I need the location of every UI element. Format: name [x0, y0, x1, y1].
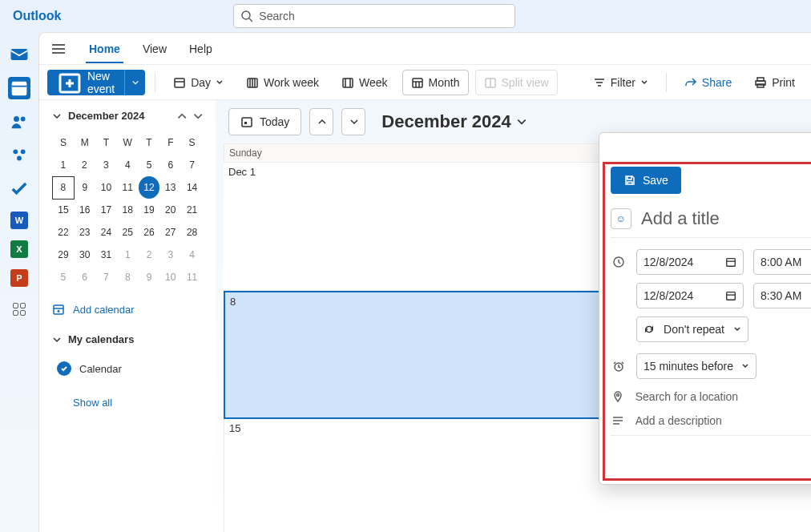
mini-day-cell[interactable]: 9	[74, 176, 95, 199]
save-icon	[623, 174, 636, 187]
my-calendars-header[interactable]: My calendars	[52, 330, 203, 349]
mini-day-cell[interactable]: 18	[117, 199, 139, 221]
calendar-checkbox[interactable]	[57, 361, 71, 376]
mini-day-cell[interactable]: 14	[181, 176, 203, 199]
prev-period-button[interactable]	[309, 108, 333, 135]
new-event-label: New event	[87, 70, 115, 95]
chevron-down-icon	[733, 325, 741, 333]
view-work-week-button[interactable]: Work week	[238, 70, 327, 95]
excel-app-icon[interactable]: X	[10, 240, 28, 258]
repeat-picker[interactable]: Don't repeat	[636, 316, 748, 342]
mini-day-cell[interactable]: 6	[74, 266, 95, 288]
mail-app-icon[interactable]	[8, 43, 30, 66]
mini-day-cell[interactable]: 11	[181, 266, 203, 288]
mini-day-cell[interactable]: 3	[159, 244, 181, 266]
show-all-link[interactable]: Show all	[52, 389, 203, 409]
print-button[interactable]: Print	[746, 70, 803, 95]
hamburger-icon[interactable]	[52, 44, 65, 54]
mini-day-cell[interactable]: 2	[139, 244, 160, 266]
new-event-dropdown[interactable]	[124, 70, 145, 95]
mini-day-cell[interactable]: 11	[117, 176, 139, 199]
more-options-link[interactable]: More options	[611, 457, 811, 476]
mini-day-cell[interactable]: 9	[139, 266, 160, 288]
mini-day-cell[interactable]: 26	[139, 221, 160, 244]
mini-day-cell[interactable]: 25	[117, 221, 139, 244]
view-month-button[interactable]: Month	[402, 70, 469, 95]
mini-day-cell[interactable]: 6	[159, 154, 181, 176]
filter-icon	[593, 76, 606, 89]
add-calendar-button[interactable]: Add calendar	[52, 298, 203, 320]
next-month-icon[interactable]	[192, 111, 203, 122]
location-input[interactable]	[635, 390, 811, 403]
word-app-icon[interactable]: W	[10, 212, 28, 229]
calendar-list-item[interactable]: Calendar	[52, 358, 203, 379]
more-apps-icon[interactable]	[8, 298, 30, 320]
event-title-input[interactable]	[641, 208, 811, 229]
view-day-button[interactable]: Day	[165, 70, 232, 95]
mini-day-cell[interactable]: 27	[159, 221, 181, 244]
mini-day-cell[interactable]: 21	[181, 199, 203, 221]
tab-help[interactable]: Help	[186, 42, 216, 55]
description-input[interactable]	[635, 414, 811, 427]
svg-rect-9	[175, 79, 184, 87]
tab-view[interactable]: View	[139, 42, 170, 55]
mini-calendar[interactable]: SMTWTFS 12345678910111213141516171819202…	[52, 131, 203, 288]
mini-day-cell[interactable]: 3	[95, 154, 117, 176]
mini-day-cell[interactable]: 2	[74, 154, 95, 176]
mini-day-cell[interactable]: 20	[159, 199, 181, 221]
mini-day-cell[interactable]: 22	[53, 221, 75, 244]
search-field[interactable]	[259, 10, 508, 22]
mini-day-cell[interactable]: 12	[139, 176, 160, 199]
mini-day-cell[interactable]: 19	[139, 199, 160, 221]
todo-app-icon[interactable]	[8, 178, 30, 200]
search-input[interactable]	[233, 4, 515, 28]
mini-day-cell[interactable]: 7	[95, 266, 117, 288]
tab-home[interactable]: Home	[86, 42, 123, 63]
filter-button[interactable]: Filter	[585, 70, 656, 95]
new-event-split-button[interactable]: New event	[47, 70, 145, 95]
mini-day-cell[interactable]: 8	[53, 176, 75, 199]
mini-day-cell[interactable]: 4	[117, 154, 139, 176]
chevron-down-icon[interactable]	[52, 111, 62, 121]
emoji-picker-button[interactable]: ☺	[611, 208, 631, 229]
mini-day-cell[interactable]: 28	[181, 221, 203, 244]
mini-day-cell[interactable]: 23	[74, 221, 95, 244]
end-date-picker[interactable]: 12/8/2024	[636, 283, 744, 308]
mini-day-cell[interactable]: 8	[117, 266, 139, 288]
people-app-icon[interactable]	[8, 111, 30, 133]
save-button[interactable]: Save	[611, 167, 681, 194]
mini-day-cell[interactable]: 10	[95, 176, 117, 199]
end-time-picker[interactable]: 8:30 AM	[753, 283, 811, 308]
mini-day-cell[interactable]: 10	[159, 266, 181, 288]
reminder-picker[interactable]: 15 minutes before	[636, 353, 757, 379]
mini-day-cell[interactable]: 7	[181, 154, 203, 176]
new-event-button[interactable]: New event	[47, 70, 124, 95]
start-date-picker[interactable]: 12/8/2024	[636, 249, 744, 275]
view-month-title[interactable]: December 2024	[381, 111, 527, 132]
week-icon	[341, 76, 354, 89]
today-button[interactable]: Today	[228, 108, 301, 135]
calendar-today-icon	[240, 115, 253, 128]
mini-day-cell[interactable]: 16	[74, 199, 95, 221]
next-period-button[interactable]	[341, 108, 365, 135]
mini-day-cell[interactable]: 29	[53, 244, 75, 266]
prev-month-icon[interactable]	[176, 111, 187, 122]
groups-app-icon[interactable]	[8, 144, 30, 167]
start-time-picker[interactable]: 8:00 AM	[753, 249, 811, 275]
view-week-button[interactable]: Week	[333, 70, 396, 95]
mini-day-cell[interactable]: 24	[95, 221, 117, 244]
mini-day-cell[interactable]: 5	[139, 154, 160, 176]
mini-day-cell[interactable]: 31	[95, 244, 117, 266]
mini-day-cell[interactable]: 30	[74, 244, 95, 266]
mini-day-cell[interactable]: 5	[53, 266, 75, 288]
mini-day-cell[interactable]: 1	[53, 154, 75, 176]
mini-day-cell[interactable]: 15	[53, 199, 75, 221]
mini-day-cell[interactable]: 1	[117, 244, 139, 266]
powerpoint-app-icon[interactable]: P	[10, 269, 28, 287]
mini-day-cell[interactable]: 13	[159, 176, 181, 199]
share-button[interactable]: Share	[676, 70, 740, 95]
svg-rect-1	[11, 49, 28, 60]
calendar-app-icon[interactable]	[8, 77, 30, 99]
mini-day-cell[interactable]: 17	[95, 199, 117, 221]
mini-day-cell[interactable]: 4	[181, 244, 203, 266]
